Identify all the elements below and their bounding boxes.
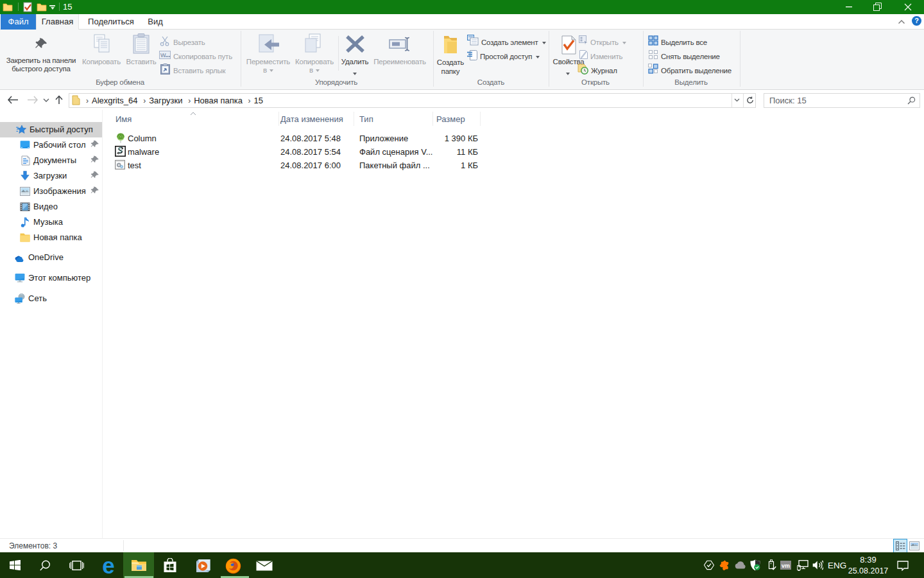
svg-text:vm: vm [782,563,790,569]
svg-text:W: W [160,52,166,58]
